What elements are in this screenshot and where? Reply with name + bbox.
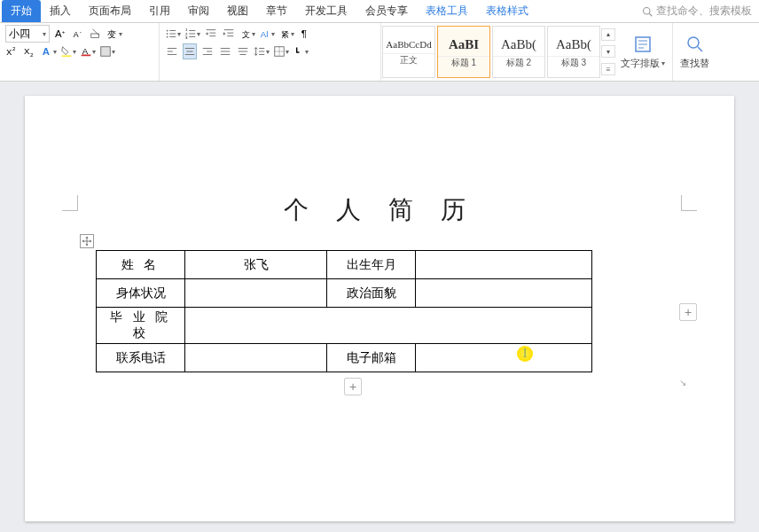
cell-school-value[interactable] — [185, 308, 592, 344]
font-size-select[interactable]: 小四▾ — [5, 25, 50, 43]
align-distribute-button[interactable] — [236, 43, 250, 59]
tab-devtools[interactable]: 开发工具 — [296, 0, 356, 22]
cell-political-label[interactable]: 政治面貌 — [327, 279, 416, 308]
tab-tablestyle[interactable]: 表格样式 — [477, 0, 537, 22]
table-row: 身体状况 政治面貌 — [97, 279, 592, 308]
search-icon — [642, 6, 653, 17]
tab-references[interactable]: 引用 — [140, 0, 179, 22]
resume-table-wrap: 姓 名 张飞 出生年月 身体状况 政治面貌 毕 业 院 校 联系电话 — [96, 250, 672, 372]
tab-review[interactable]: 审阅 — [179, 0, 218, 22]
bullet-list-button[interactable]: ▾ — [165, 26, 181, 42]
highlight-button[interactable]: ▾ — [60, 43, 76, 59]
find-replace-menu[interactable]: 查找替 — [673, 23, 716, 81]
cell-name-value[interactable]: 张飞 — [185, 251, 327, 279]
svg-text:文: 文 — [242, 30, 250, 39]
svg-point-0 — [644, 7, 651, 14]
table-move-handle[interactable] — [80, 234, 94, 248]
tab-stops-button[interactable]: ┗▾ — [293, 43, 309, 59]
style-heading2[interactable]: AaBb( 标题 2 — [492, 26, 545, 78]
page: 个 人 简 历 姓 名 张飞 出生年月 身体状况 政治面貌 — [25, 96, 734, 521]
margin-corner-tl — [62, 195, 78, 211]
cell-school-label[interactable]: 毕 业 院 校 — [97, 308, 185, 344]
svg-text:A: A — [82, 46, 89, 56]
align-right-button[interactable] — [200, 43, 215, 59]
subscript-button[interactable]: X2 — [23, 43, 37, 59]
increase-indent-button[interactable] — [222, 26, 236, 42]
tab-view[interactable]: 视图 — [218, 0, 257, 22]
ribbon: 小四▾ A+ A- 变▾ X2 X2 A▾ ▾ A▾ ▾ ▾ 123▾ 文▾ A… — [0, 23, 759, 82]
cell-health-label[interactable]: 身体状况 — [97, 279, 185, 308]
grow-font-button[interactable]: A+ — [53, 26, 67, 42]
move-icon — [82, 237, 91, 246]
text-layout-menu[interactable]: 文字排版▾ — [614, 23, 673, 81]
cell-phone-label[interactable]: 联系电话 — [97, 344, 185, 372]
tab-pagelayout[interactable]: 页面布局 — [80, 0, 140, 22]
line-spacing-button[interactable]: ▾ — [254, 43, 270, 59]
tab-insert[interactable]: 插入 — [41, 0, 80, 22]
text-direction-button[interactable]: 文▾ — [239, 26, 255, 42]
align-justify-button[interactable] — [218, 43, 232, 59]
text-effects-button[interactable]: A▾ — [41, 43, 57, 59]
style-heading3[interactable]: AaBb( 标题 3 — [547, 26, 600, 78]
tab-member[interactable]: 会员专享 — [356, 0, 417, 22]
table-resize-handle[interactable] — [679, 378, 690, 388]
svg-text:X: X — [24, 46, 30, 56]
style-heading1[interactable]: AaBI 标题 1 — [437, 26, 490, 78]
tab-tabletools[interactable]: 表格工具 — [417, 0, 477, 22]
svg-point-21 — [167, 33, 168, 35]
text-cursor-indicator — [517, 346, 533, 362]
text-layout-icon — [632, 34, 653, 55]
font-size-value: 小四 — [9, 27, 30, 42]
find-label: 查找替 — [680, 57, 709, 70]
svg-rect-14 — [62, 55, 72, 57]
style-body-label: 正文 — [383, 53, 434, 68]
svg-text:-: - — [80, 28, 82, 35]
show-marks-button[interactable]: ¶ — [298, 26, 312, 42]
borders-button[interactable]: ▾ — [273, 43, 289, 59]
tight-button[interactable]: 紧▾ — [278, 26, 294, 42]
shading-button[interactable]: ▾ — [99, 43, 115, 59]
svg-text:¶: ¶ — [301, 28, 307, 39]
shrink-font-button[interactable]: A- — [71, 26, 85, 42]
clear-format-button[interactable] — [89, 26, 103, 42]
svg-line-7 — [93, 29, 99, 35]
svg-line-68 — [698, 47, 702, 51]
cell-name-label[interactable]: 姓 名 — [97, 251, 185, 279]
change-case-button[interactable]: 变▾ — [106, 26, 122, 42]
margin-corner-tr — [681, 195, 697, 211]
add-column-button[interactable]: + — [679, 303, 697, 321]
svg-rect-16 — [82, 55, 91, 57]
cell-political-value[interactable] — [416, 279, 592, 308]
svg-text:A: A — [74, 30, 79, 39]
text-layout-label: 文字排版 — [621, 57, 660, 70]
add-row-button[interactable]: + — [344, 378, 362, 395]
command-search[interactable]: 查找命令、搜索模板 — [642, 4, 759, 19]
cell-health-value[interactable] — [185, 279, 327, 308]
number-list-button[interactable]: 123▾ — [184, 26, 200, 42]
table-row: 毕 业 院 校 — [97, 308, 592, 344]
svg-text:变: 变 — [107, 29, 116, 39]
decrease-indent-button[interactable] — [204, 26, 218, 42]
cell-email-label[interactable]: 电子邮箱 — [327, 344, 416, 372]
svg-text:X: X — [6, 47, 12, 57]
tab-start[interactable]: 开始 — [2, 0, 41, 22]
svg-point-23 — [167, 36, 168, 38]
tab-chapter[interactable]: 章节 — [257, 0, 296, 22]
superscript-button[interactable]: X2 — [5, 43, 20, 59]
document-title[interactable]: 个 人 简 历 — [87, 193, 672, 227]
style-h2-preview: AaBb( — [501, 34, 536, 56]
cell-birth-label[interactable]: 出生年月 — [327, 251, 416, 279]
style-body[interactable]: AaBbCcDd 正文 — [382, 26, 435, 78]
font-color-button[interactable]: A▾ — [80, 43, 96, 59]
svg-text:A: A — [55, 28, 62, 39]
cell-email-value[interactable] — [416, 344, 592, 372]
align-center-button[interactable] — [183, 43, 197, 59]
cell-phone-value[interactable] — [185, 344, 327, 372]
cell-birth-value[interactable] — [416, 251, 592, 279]
document-viewport[interactable]: 个 人 简 历 姓 名 张飞 出生年月 身体状况 政治面貌 — [0, 82, 759, 532]
snap-button[interactable]: Al▾ — [259, 26, 275, 42]
style-h2-label: 标题 2 — [493, 56, 544, 71]
svg-text:┗: ┗ — [294, 47, 300, 57]
align-left-button[interactable] — [165, 43, 179, 59]
style-h1-label: 标题 1 — [438, 56, 489, 71]
